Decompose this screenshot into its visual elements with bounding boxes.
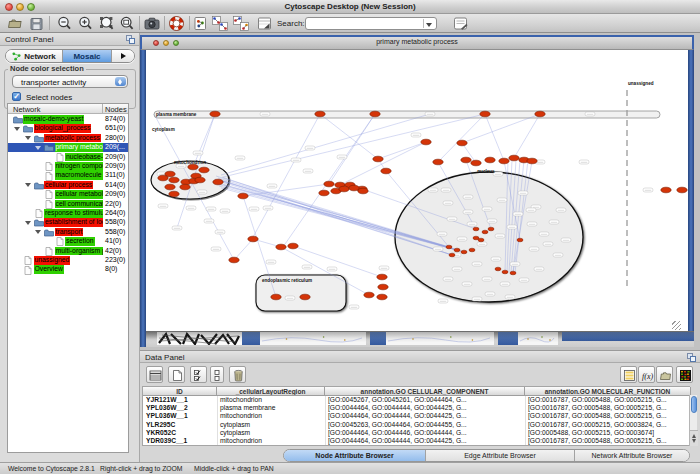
tree-column-network[interactable]: Network	[13, 105, 41, 114]
tree-row[interactable]: cell communication22(0)	[8, 199, 128, 208]
tab-overflow-button[interactable]	[112, 50, 134, 62]
attribute-checklist-icon[interactable]	[190, 366, 207, 383]
attribute-browser-tab[interactable]: Node Attribute Browser	[284, 450, 426, 461]
table-cell[interactable]: YLR295C	[143, 421, 217, 429]
tree-row-node-count: 280(0)	[105, 134, 125, 142]
scroll-up-icon[interactable]	[692, 434, 696, 438]
delete-attribute-trash-icon[interactable]	[229, 366, 246, 383]
tree-row[interactable]: transport558(0)	[8, 227, 128, 236]
tree-row[interactable]: metabolic process280(0)	[8, 133, 128, 142]
table-cell[interactable]: cytoplasm	[217, 429, 325, 437]
unselect-attributes-icon[interactable]	[210, 366, 224, 383]
search-dropdown-button[interactable]	[423, 19, 435, 28]
graph-node	[661, 187, 671, 193]
network-window-titlebar[interactable]: primary metabolic process	[140, 35, 694, 50]
tree-expand-icon[interactable]	[35, 230, 41, 234]
save-icon[interactable]	[28, 15, 45, 32]
table-cell[interactable]: YPL036W__1	[143, 412, 217, 420]
tree-row[interactable]: establishment of localization558(0)	[8, 218, 128, 227]
attribute-select-icon[interactable]	[146, 366, 163, 383]
zoom-fit-icon[interactable]	[118, 15, 136, 32]
zoom-selected-icon[interactable]	[98, 15, 116, 32]
table-cell[interactable]: [GO:0005488, GO:0005215, GO:0003674]	[525, 429, 691, 437]
table-cell[interactable]: YDR039C__1	[143, 437, 217, 445]
search-input[interactable]	[305, 17, 437, 30]
table-cell[interactable]: YJR121W__1	[143, 396, 217, 404]
table-cell[interactable]: mitochondrion	[217, 412, 325, 420]
network-from-table-icon[interactable]	[192, 15, 209, 32]
tree-row[interactable]: cellular process614(0)	[8, 180, 128, 189]
tree-row[interactable]: biological_process651(0)	[8, 124, 128, 133]
tree-row[interactable]: unassigned223(0)	[8, 256, 128, 265]
table-column-header[interactable]: ID	[143, 387, 217, 396]
table-cell[interactable]: [GO:0044464, GO:0044444, GO:0044425, G..…	[325, 404, 525, 412]
scrollbar-thumb[interactable]	[691, 396, 698, 413]
tree-row[interactable]: macromolecule metabolic process311(0)	[8, 171, 128, 180]
tab-network[interactable]: Network	[6, 50, 63, 62]
float-panel-icon[interactable]	[126, 35, 135, 44]
zoom-out-icon[interactable]	[56, 15, 73, 32]
resize-grip-icon[interactable]	[672, 321, 681, 330]
tree-row-node-count: 223(0)	[105, 256, 125, 264]
zoom-in-icon[interactable]	[77, 15, 94, 32]
network-canvas[interactable]: plasma membranecytoplasmmitochondrionnuc…	[146, 50, 688, 331]
table-cell[interactable]: YPL036W__2	[143, 404, 217, 412]
table-cell[interactable]: [GO:0044464, GO:0044446, GO:0044444, G..…	[325, 429, 525, 437]
table-cell[interactable]: [GO:0016787, GO:0005488, GO:0005215, G..…	[525, 396, 691, 404]
tab-mosaic[interactable]: Mosaic	[63, 50, 112, 62]
table-cell[interactable]: [GO:0045263, GO:0044464, GO:0044455, G..…	[325, 421, 525, 429]
node-color-dropdown[interactable]: transporter activity	[12, 75, 128, 88]
tree-column-nodes[interactable]: Nodes	[105, 105, 127, 114]
table-cell[interactable]: [GO:0016787, GO:0005488, GO:0005215, G..…	[525, 412, 691, 420]
table-column-header[interactable]: annotation.GO MOLECULAR_FUNCTION	[525, 387, 691, 396]
tree-row[interactable]: cellular metabolic process209(0)	[8, 190, 128, 199]
function-builder-icon[interactable]: f(x)	[638, 366, 655, 383]
table-cell[interactable]: YKR052C	[143, 429, 217, 437]
select-nodes-checkbox[interactable]: ✓ Select nodes	[12, 92, 132, 103]
import-attributes-icon[interactable]	[256, 15, 273, 32]
tree-row[interactable]: secretion41(0)	[8, 237, 128, 246]
tree-row[interactable]: nucleobase-containing compound metabolic…	[8, 152, 128, 161]
tree-row[interactable]: nitrogen compound metabolic process209(0…	[8, 162, 128, 171]
tree-expand-icon[interactable]	[25, 136, 31, 140]
tree-row-node-count: 8(0)	[105, 265, 117, 273]
folder-icon	[44, 229, 54, 237]
table-column-header[interactable]: _cellularLayoutRegion	[217, 387, 325, 396]
import-attributes-folder-icon[interactable]	[656, 366, 673, 383]
snapshot-camera-icon[interactable]	[143, 15, 161, 32]
new-attribute-icon[interactable]	[168, 366, 185, 383]
table-cell[interactable]: mitochondrion	[217, 437, 325, 445]
help-lifesaver-icon[interactable]	[168, 15, 185, 32]
tree-row[interactable]: Overview8(0)	[8, 265, 128, 274]
tree-row-node-count: 311(0)	[105, 171, 125, 179]
tree-expand-icon[interactable]	[25, 221, 31, 225]
tree-row[interactable]: mosaic-demo-yeast874(0)	[8, 115, 128, 124]
table-cell[interactable]: plasma membrane	[217, 404, 325, 412]
matrix-view-icon[interactable]	[676, 366, 693, 383]
advanced-search-icon[interactable]	[452, 15, 470, 32]
table-cell[interactable]: [GO:0044464, GO:0044444, GO:0044425, G..…	[325, 412, 525, 420]
table-cell[interactable]: [GO:0045267, GO:0045261, GO:0044464, G..…	[325, 396, 525, 404]
merge-networks-icon[interactable]	[211, 15, 229, 32]
merge-networks-alt-icon[interactable]	[232, 15, 250, 32]
attribute-batch-editor-icon[interactable]	[620, 366, 637, 383]
tree-row[interactable]: multi-organism process42(0)	[8, 246, 128, 255]
table-cell[interactable]: [GO:0044464, GO:0044444, GO:0044425, G..…	[325, 437, 525, 445]
attribute-browser-tab[interactable]: Network Attribute Browser	[575, 450, 689, 461]
float-panel-icon[interactable]	[687, 353, 696, 362]
table-cell[interactable]: [GO:0016787, GO:0005488, GO:0005215, G..…	[525, 437, 691, 445]
table-scrollbar[interactable]	[689, 395, 697, 446]
table-cell[interactable]: [GO:0016787, GO:0005215, GO:0003824, G..…	[525, 421, 691, 429]
tree-expand-icon[interactable]	[14, 127, 20, 131]
table-cell[interactable]: mitochondrion	[217, 396, 325, 404]
table-cell[interactable]: cytoplasm	[217, 421, 325, 429]
tree-row[interactable]: primary metabolic process209(...	[8, 143, 128, 152]
open-folder-icon[interactable]	[7, 15, 24, 32]
scroll-down-icon[interactable]	[692, 439, 696, 443]
tree-row[interactable]: response to stimulus264(0)	[8, 209, 128, 218]
table-column-header[interactable]: annotation.GO CELLULAR_COMPONENT	[325, 387, 525, 396]
attribute-browser-tab[interactable]: Edge Attribute Browser	[426, 450, 575, 461]
tree-expand-icon[interactable]	[25, 183, 31, 187]
tree-expand-icon[interactable]	[35, 146, 41, 150]
table-cell[interactable]: [GO:0016787, GO:0005488, GO:0005215, G..…	[525, 404, 691, 412]
